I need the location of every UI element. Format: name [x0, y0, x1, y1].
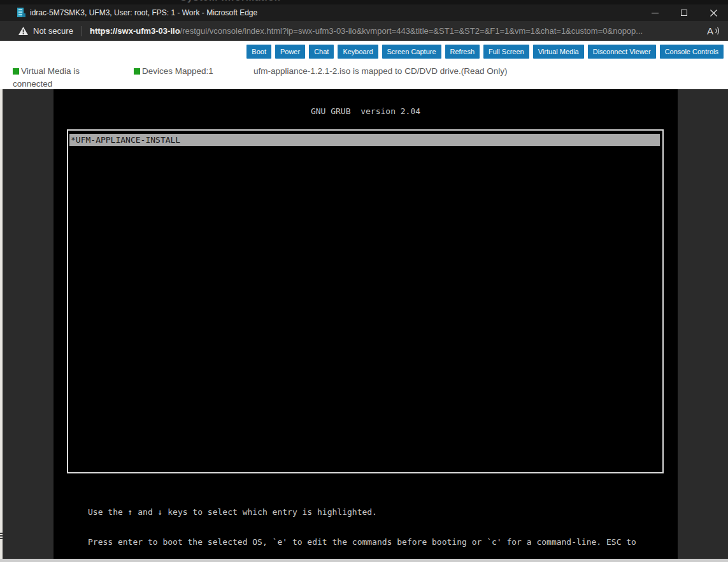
url-divider — [82, 26, 82, 36]
read-aloud-icon[interactable]: A — [706, 25, 720, 36]
url-host: ://swx-ufm3-03-ilo — [110, 26, 180, 36]
grub-menu-box: *UFM-APPLIANCE-INSTALL — [67, 129, 664, 473]
horizontal-scrollbar[interactable] — [0, 559, 728, 562]
iso-mapping-status: ufm-appliance-1.2.1-2.iso is mapped to C… — [253, 65, 507, 78]
site-favicon-icon — [17, 8, 26, 17]
devices-mapped-status: Devices Mapped:1 — [134, 65, 213, 78]
url-text[interactable]: https://swx-ufm3-03-ilo/restgui/vconsole… — [90, 21, 643, 41]
grub-help-text: Use the ↑ and ↓ keys to select which ent… — [88, 487, 636, 562]
console-controls-button[interactable]: Console Controls — [660, 45, 724, 59]
kvm-header: Boot Power Chat Keyboard Screen Capture … — [0, 41, 728, 89]
keyboard-button[interactable]: Keyboard — [338, 45, 378, 59]
svg-text:A: A — [707, 25, 713, 36]
boot-button[interactable]: Boot — [246, 45, 271, 59]
kvm-toolbar: Boot Power Chat Keyboard Screen Capture … — [246, 45, 724, 59]
close-button[interactable] — [699, 4, 728, 21]
page-edge-strip — [0, 89, 3, 562]
background-window-title: System Information — [180, 0, 281, 3]
security-status-label[interactable]: Not secure — [33, 21, 73, 41]
grub-help-line: Use the ↑ and ↓ keys to select which ent… — [88, 507, 636, 517]
green-status-icon — [134, 68, 140, 75]
full-screen-button[interactable]: Full Screen — [483, 45, 529, 59]
page-edge-artifact — [0, 531, 4, 540]
virtual-media-button[interactable]: Virtual Media — [533, 45, 584, 59]
remote-console-screen[interactable]: GNU GRUB version 2.04 *UFM-APPLIANCE-INS… — [54, 89, 678, 559]
close-icon — [710, 10, 717, 17]
virtual-media-status: Virtual Media is connected — [13, 65, 87, 90]
maximize-button[interactable] — [669, 4, 699, 21]
console-viewport: GNU GRUB version 2.04 *UFM-APPLIANCE-INS… — [0, 89, 728, 562]
grub-menu-entry[interactable]: *UFM-APPLIANCE-INSTALL — [69, 134, 660, 146]
url-scheme: https — [90, 26, 110, 36]
not-secure-warning-icon[interactable] — [18, 26, 29, 36]
devices-mapped-label: Devices Mapped:1 — [142, 66, 213, 76]
virtual-media-status-label: Virtual Media is connected — [13, 66, 80, 89]
minimize-button[interactable] — [640, 4, 669, 21]
browser-titlebar: idrac-5M7SMK3, UFM3, User: root, FPS: 1 … — [0, 4, 728, 21]
minimize-icon — [652, 13, 659, 13]
grub-help-line: Press enter to boot the selected OS, `e'… — [88, 537, 636, 547]
refresh-button[interactable]: Refresh — [445, 45, 480, 59]
grub-version-title: GNU GRUB version 2.04 — [54, 106, 678, 116]
address-bar[interactable]: Not secure https://swx-ufm3-03-ilo/restg… — [0, 21, 728, 41]
url-path: /restgui/vconsole/index.html?ip=swx-ufm3… — [180, 26, 643, 36]
maximize-icon — [681, 10, 687, 16]
green-status-icon — [13, 68, 19, 75]
iso-mapping-label: ufm-appliance-1.2.1-2.iso is mapped to C… — [253, 66, 507, 76]
power-button[interactable]: Power — [275, 45, 305, 59]
background-window-strip: System Information — [0, 0, 728, 4]
disconnect-viewer-button[interactable]: Disconnect Viewer — [588, 45, 656, 59]
window-title: idrac-5M7SMK3, UFM3, User: root, FPS: 1 … — [30, 4, 257, 21]
chat-button[interactable]: Chat — [309, 45, 334, 59]
screen-capture-button[interactable]: Screen Capture — [382, 45, 441, 59]
